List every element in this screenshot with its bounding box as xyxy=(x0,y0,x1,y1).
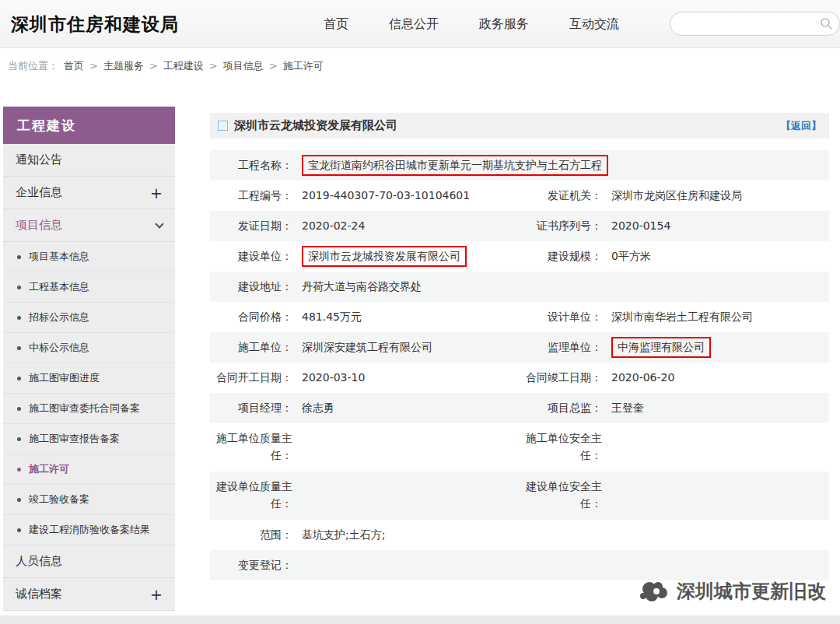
sidebar-subitem-label: 建设工程消防验收备案结果 xyxy=(29,523,150,537)
breadcrumb-separator: > xyxy=(209,60,218,72)
field-label: 合同开工日期： xyxy=(210,370,297,387)
sidebar-item-enterprise-info[interactable]: 企业信息 + xyxy=(3,177,175,209)
field-label: 项目经理： xyxy=(210,400,297,417)
sidebar-subitem-label: 工程基本信息 xyxy=(29,280,89,294)
field-label: 发证日期： xyxy=(210,218,297,235)
field-label: 建设单位安全主任： xyxy=(520,479,607,512)
nav-gov-services[interactable]: 政务服务 xyxy=(479,16,529,33)
bullet-icon xyxy=(17,377,21,380)
field-label: 建设规模： xyxy=(520,248,607,265)
row-contractor-quality-safety-chief: 施工单位质量主任： 施工单位安全主任： xyxy=(210,423,829,472)
field-value: 2020-06-20 xyxy=(607,370,829,387)
sidebar-subitem-label: 项目基本信息 xyxy=(29,250,89,264)
field-label: 施工单位质量主任： xyxy=(210,430,297,464)
field-value: 基坑支护;土石方; xyxy=(297,527,829,544)
breadcrumb-theme-services[interactable]: 主题服务 xyxy=(103,59,144,73)
field-value: 深圳市南华岩土工程有限公司 xyxy=(607,309,829,326)
highlight-box: 中海监理有限公司 xyxy=(611,337,711,359)
row-project-manager: 项目经理： 徐志勇 项目总监： 王登奎 xyxy=(210,393,829,423)
field-label: 建设单位： xyxy=(210,248,297,265)
bullet-icon xyxy=(17,407,21,411)
field-label: 建设地址： xyxy=(210,279,297,296)
bullet-icon xyxy=(17,528,21,532)
field-value: 中海监理有限公司 xyxy=(607,337,829,359)
bullet-icon xyxy=(17,255,21,259)
highlight-box: 深圳市云龙城投资发展有限公司 xyxy=(302,246,467,268)
row-owner-quality-safety-chief: 建设单位质量主任： 建设单位安全主任： xyxy=(210,472,829,520)
sidebar-item-label: 人员信息 xyxy=(16,554,62,569)
sidebar-subitem-bid-announcement[interactable]: 招标公示信息 xyxy=(3,303,175,333)
breadcrumb-construction-permit[interactable]: 施工许可 xyxy=(283,59,324,73)
breadcrumb-separator: > xyxy=(89,60,98,72)
sidebar-item-label: 通知公告 xyxy=(16,152,62,167)
company-title: 深圳市云龙城投资发展有限公司 xyxy=(234,118,397,133)
row-contract-dates: 合同开工日期： 2020-03-10 合同竣工日期： 2020-06-20 xyxy=(210,363,829,393)
breadcrumb-home[interactable]: 首页 xyxy=(64,59,84,73)
highlight-box: 宝龙街道南约积谷田城市更新单元一期基坑支护与土石方工程 xyxy=(302,155,608,177)
bullet-icon xyxy=(17,346,21,350)
sidebar-subitem-label: 施工图审查委托合同备案 xyxy=(29,401,140,415)
sidebar-subitem-label: 竣工验收备案 xyxy=(29,493,89,507)
row-project-number: 工程编号： 2019-440307-70-03-10104601 发证机关： 深… xyxy=(210,181,829,211)
sidebar-subitem-engineering-basic-info[interactable]: 工程基本信息 xyxy=(3,272,175,303)
field-label: 工程编号： xyxy=(210,188,297,205)
field-value: 0平方米 xyxy=(607,248,829,265)
search-box xyxy=(670,12,840,36)
field-value: 481.45万元 xyxy=(297,309,520,326)
bullet-icon xyxy=(17,437,21,441)
field-label: 变更登记： xyxy=(210,557,297,574)
field-value: 宝龙街道南约积谷田城市更新单元一期基坑支护与土石方工程 xyxy=(297,155,829,177)
sidebar-subitem-label: 中标公示信息 xyxy=(29,341,89,355)
search-input[interactable] xyxy=(670,12,840,36)
field-label: 施工单位： xyxy=(210,339,297,356)
back-button[interactable]: 【返回】 xyxy=(781,119,821,133)
nav-home[interactable]: 首页 xyxy=(324,16,348,33)
detail-title-bar: 深圳市云龙城投资发展有限公司 【返回】 xyxy=(210,113,829,138)
field-value: 2020-02-24 xyxy=(297,218,520,235)
row-contractor-supervisor: 施工单位： 深圳深安建筑工程有限公司 监理单位： 中海监理有限公司 xyxy=(210,332,829,363)
field-label: 建设单位质量主任： xyxy=(210,479,297,512)
sidebar-subitem-bid-winning[interactable]: 中标公示信息 xyxy=(3,333,175,363)
sidebar-item-personnel-info[interactable]: 人员信息 xyxy=(3,545,175,578)
sidebar-subitem-drawing-review-progress[interactable]: 施工图审图进度 xyxy=(3,363,175,394)
sidebar-subitem-drawing-review-report-record[interactable]: 施工图审查报告备案 xyxy=(3,424,175,454)
sidebar-subitem-project-basic-info[interactable]: 项目基本信息 xyxy=(3,242,175,272)
sidebar-subitem-label: 招标公示信息 xyxy=(29,310,89,324)
field-value: 深圳市云龙城投资发展有限公司 xyxy=(297,246,520,268)
row-contract-price: 合同价格： 481.45万元 设计单位： 深圳市南华岩土工程有限公司 xyxy=(210,302,829,332)
sidebar-subitem-completion-acceptance[interactable]: 竣工验收备案 xyxy=(3,485,175,515)
chevron-down-icon xyxy=(155,219,163,228)
field-label: 证书序列号： xyxy=(520,218,607,235)
field-value: 王登奎 xyxy=(607,400,829,417)
sidebar-item-label: 诚信档案 xyxy=(16,587,62,601)
field-value: 2020-0154 xyxy=(607,218,829,235)
sidebar-item-integrity-archive[interactable]: 诚信档案 + xyxy=(3,578,175,611)
breadcrumb-separator: > xyxy=(269,60,278,72)
field-value: 深圳市龙岗区住房和建设局 xyxy=(607,188,829,205)
field-value: 丹荷大道与南谷路交界处 xyxy=(297,279,829,296)
bullet-icon xyxy=(17,286,21,289)
detail-table: 工程名称： 宝龙街道南约积谷田城市更新单元一期基坑支护与土石方工程 工程编号： … xyxy=(210,150,829,580)
row-construction-unit: 建设单位： 深圳市云龙城投资发展有限公司 建设规模： 0平方米 xyxy=(210,241,829,272)
sidebar-item-label: 项目信息 xyxy=(16,218,62,233)
field-label: 发证机关： xyxy=(520,188,607,205)
breadcrumb-engineering[interactable]: 工程建设 xyxy=(163,59,204,73)
breadcrumb-project-info[interactable]: 项目信息 xyxy=(223,59,264,73)
sidebar-subitem-construction-permit[interactable]: 施工许可 xyxy=(3,454,175,485)
search-icon[interactable] xyxy=(820,17,833,30)
nav-interaction[interactable]: 互动交流 xyxy=(569,16,619,33)
sidebar-subitem-fire-acceptance-result[interactable]: 建设工程消防验收备案结果 xyxy=(3,515,175,545)
row-issue-date: 发证日期： 2020-02-24 证书序列号： 2020-0154 xyxy=(210,211,829,241)
field-label: 施工单位安全主任： xyxy=(520,430,607,464)
sidebar-subitem-label: 施工许可 xyxy=(29,462,69,476)
nav-info-disclosure[interactable]: 信息公开 xyxy=(389,16,439,33)
detail-panel: 深圳市云龙城投资发展有限公司 【返回】 工程名称： 宝龙街道南约积谷田城市更新单… xyxy=(210,113,829,580)
sidebar-item-project-info[interactable]: 项目信息 xyxy=(3,209,175,242)
field-value: 深圳深安建筑工程有限公司 xyxy=(297,339,520,356)
sidebar-item-notices[interactable]: 通知公告 xyxy=(3,144,175,177)
bullet-icon xyxy=(17,316,21,320)
main-nav: 首页 信息公开 政务服务 互动交流 xyxy=(324,0,619,48)
breadcrumb: 当前位置： 首页 > 主题服务 > 工程建设 > 项目信息 > 施工许可 xyxy=(0,48,840,83)
field-label: 合同竣工日期： xyxy=(520,370,607,387)
sidebar-subitem-drawing-review-contract-record[interactable]: 施工图审查委托合同备案 xyxy=(3,394,175,424)
